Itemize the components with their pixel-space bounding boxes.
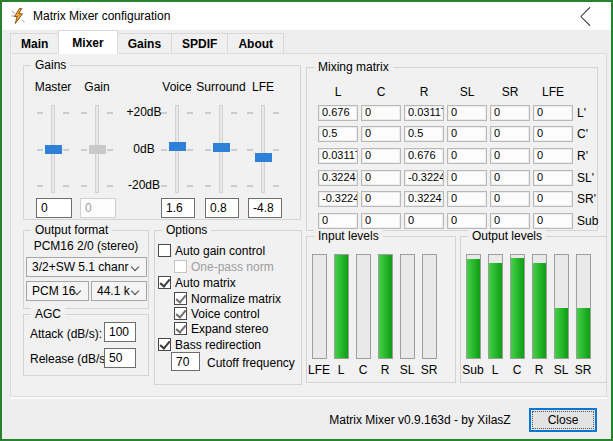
tab-about[interactable]: About	[227, 33, 284, 54]
matrix-cell[interactable]: 0	[490, 170, 530, 186]
matrix-cell[interactable]: 0	[447, 105, 487, 121]
matrix-cell[interactable]: 0	[490, 213, 530, 229]
tab-gains[interactable]: Gains	[117, 33, 172, 54]
release-label: Release (dB/s):	[30, 352, 113, 366]
voice-slider-thumb[interactable]	[169, 142, 186, 151]
channels-select[interactable]: 3/2+SW 5.1 chanr	[26, 257, 147, 277]
matrix-cell[interactable]: 0	[447, 191, 487, 207]
gains-group-label: Gains	[31, 59, 70, 72]
tab-mixer[interactable]: Mixer	[58, 30, 117, 54]
tab-main[interactable]: Main	[10, 33, 59, 54]
input-level-fill-l	[335, 255, 348, 358]
matrix-cell[interactable]: 0.676	[318, 105, 358, 121]
matrix-cell[interactable]: 0	[361, 126, 401, 142]
matrix-cell[interactable]: 0	[533, 148, 573, 164]
matrix-cell[interactable]: 0.3224	[404, 191, 444, 207]
slider-tick	[231, 112, 237, 114]
slider-tick	[247, 185, 253, 187]
master-slider-thumb[interactable]	[45, 145, 62, 154]
slider-tick	[231, 149, 237, 151]
matrix-cell[interactable]: 0	[490, 126, 530, 142]
matrix-cell[interactable]: -0.3224	[404, 170, 444, 186]
matrix-cell[interactable]: 0	[361, 191, 401, 207]
slider-tick	[37, 112, 43, 114]
matrix-cell[interactable]: 0.5	[404, 126, 444, 142]
matrix-cell[interactable]: 0	[361, 148, 401, 164]
matrix-col-header-r: R	[404, 85, 444, 99]
release-field[interactable]	[104, 348, 136, 368]
matrix-cell[interactable]: 0	[447, 148, 487, 164]
matrix-cell[interactable]: 0	[447, 170, 487, 186]
matrix-cell[interactable]: 0.0311ˉ	[404, 105, 444, 121]
matrix-cell[interactable]: 0	[533, 191, 573, 207]
cutoff-frequency-field[interactable]	[171, 352, 200, 371]
matrix-cell[interactable]: -0.3224	[318, 191, 358, 207]
matrix-cell[interactable]: 0	[490, 191, 530, 207]
output-level-fill-l	[489, 263, 502, 358]
matrix-cell[interactable]: 0.3224	[318, 170, 358, 186]
lfe-slider-track[interactable]	[261, 105, 265, 193]
voice-control-label: Voice control	[191, 307, 260, 321]
matrix-cell[interactable]: 0	[404, 213, 444, 229]
matrix-cell[interactable]: 0	[533, 105, 573, 121]
matrix-cell[interactable]: 0	[447, 213, 487, 229]
matrix-cell[interactable]: 0.0311ˉ	[318, 148, 358, 164]
slider-tick	[161, 112, 167, 114]
input-level-bar-r	[378, 254, 393, 359]
lfe-gain-field[interactable]	[248, 198, 282, 218]
surround-slider-thumb[interactable]	[213, 143, 230, 152]
surround-gain-field[interactable]	[205, 198, 239, 218]
app-lightning-icon	[10, 8, 26, 24]
output-level-fill-c	[511, 258, 524, 358]
matrix-cell[interactable]: 0.676	[404, 148, 444, 164]
auto-gain-control-label: Auto gain control	[175, 244, 265, 258]
matrix-cell[interactable]: 0	[447, 126, 487, 142]
matrix-cell[interactable]: 0	[361, 170, 401, 186]
attack-field[interactable]	[104, 322, 136, 342]
input-level-fill-r	[379, 255, 392, 358]
one-pass-norm-label: One-pass norm	[191, 260, 274, 274]
slider-tick	[37, 149, 43, 151]
input-levels-group: Input levels LFELCRSLSR	[306, 236, 456, 383]
slider-tick	[205, 185, 211, 187]
matrix-cell[interactable]: 0.5	[318, 126, 358, 142]
matrix-cell[interactable]: 0	[533, 170, 573, 186]
expand-stereo-label: Expand stereo	[191, 322, 268, 336]
options-group: Options Cutoff frequency Auto gain contr…	[154, 230, 302, 385]
matrix-cell[interactable]: 0	[533, 213, 573, 229]
sample-format-select[interactable]: PCM 16	[26, 281, 89, 301]
auto-gain-control-checkbox[interactable]	[158, 244, 171, 257]
voice-control-checkbox[interactable]	[174, 307, 187, 320]
close-icon[interactable]	[566, 2, 611, 30]
expand-stereo-checkbox[interactable]	[174, 322, 187, 335]
matrix-cell[interactable]: 0	[318, 213, 358, 229]
normalize-matrix-checkbox[interactable]	[174, 292, 187, 305]
auto-matrix-checkbox[interactable]	[158, 276, 171, 289]
slider-tick	[37, 185, 43, 187]
gain-slider-thumb	[89, 145, 106, 154]
matrix-cell[interactable]: 0	[361, 105, 401, 121]
output-level-bar-l	[488, 254, 503, 359]
matrix-cell[interactable]: 0	[490, 105, 530, 121]
voice-gain-field[interactable]	[161, 198, 195, 218]
bass-redirection-checkbox[interactable]	[158, 338, 171, 351]
matrix-cell[interactable]: 0	[533, 126, 573, 142]
slider-tick	[273, 112, 279, 114]
slider-tick	[63, 112, 69, 114]
slider-tick	[247, 112, 253, 114]
tab-spdif[interactable]: SPDIF	[171, 33, 228, 54]
slider-tick	[273, 149, 279, 151]
matrix-col-header-sl: SL	[447, 85, 487, 99]
lfe-slider-thumb[interactable]	[255, 153, 272, 162]
close-button[interactable]: Close	[529, 408, 597, 432]
matrix-cell[interactable]: 0	[361, 213, 401, 229]
sample-rate-select[interactable]: 44.1 k	[91, 281, 147, 301]
sample-format-select-value: PCM 16	[32, 284, 75, 298]
output-format-group: Output format PCM16 2/0 (stereo) 3/2+SW …	[23, 230, 149, 309]
slider-tick	[81, 149, 87, 151]
input-level-bar-l	[334, 254, 349, 359]
master-gain-field[interactable]	[36, 198, 72, 218]
tab-strip: MainMixerGainsSPDIFAbout	[10, 30, 284, 54]
matrix-cell[interactable]: 0	[490, 148, 530, 164]
output-level-bar-r	[532, 254, 547, 359]
